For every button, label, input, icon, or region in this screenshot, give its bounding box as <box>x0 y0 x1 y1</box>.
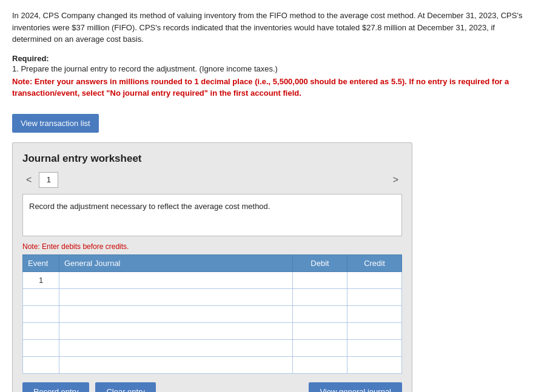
debit-cell[interactable] <box>293 288 347 305</box>
debit-input[interactable] <box>293 272 347 288</box>
debits-note: Note: Enter debits before credits. <box>22 242 402 251</box>
col-general-journal: General Journal <box>59 254 293 271</box>
debit-input[interactable] <box>293 357 347 373</box>
event-cell <box>23 339 59 356</box>
required-item1: 1. Prepare the journal entry to record t… <box>12 64 535 73</box>
general-journal-input[interactable] <box>59 357 292 373</box>
general-journal-cell[interactable] <box>59 339 293 356</box>
event-cell: 1 <box>23 271 59 288</box>
credit-cell[interactable] <box>347 288 402 305</box>
credit-input[interactable] <box>347 357 401 373</box>
credit-input[interactable] <box>347 289 401 305</box>
debit-cell[interactable] <box>293 356 347 373</box>
credit-cell[interactable] <box>347 271 402 288</box>
event-cell <box>23 288 59 305</box>
credit-input[interactable] <box>347 306 401 322</box>
table-row <box>23 339 402 356</box>
journal-entry-worksheet: Journal entry worksheet < 1 > Record the… <box>12 142 412 393</box>
required-label: Required: <box>12 54 535 63</box>
event-cell <box>23 322 59 339</box>
worksheet-description: Record the adjustment necessary to refle… <box>22 194 402 236</box>
credit-cell[interactable] <box>347 356 402 373</box>
debit-input[interactable] <box>293 289 347 305</box>
credit-input[interactable] <box>347 272 401 288</box>
general-journal-cell[interactable] <box>59 322 293 339</box>
credit-input[interactable] <box>347 340 401 356</box>
next-page-button[interactable]: > <box>389 173 402 187</box>
event-cell <box>23 305 59 322</box>
debit-input[interactable] <box>293 340 347 356</box>
worksheet-title: Journal entry worksheet <box>22 153 402 165</box>
debit-cell[interactable] <box>293 339 347 356</box>
col-credit: Credit <box>347 254 402 271</box>
required-note-red: Note: Enter your answers in millions rou… <box>12 76 535 99</box>
debit-input[interactable] <box>293 323 347 339</box>
debit-cell[interactable] <box>293 322 347 339</box>
col-debit: Debit <box>293 254 347 271</box>
general-journal-input[interactable] <box>59 340 292 356</box>
table-row <box>23 288 402 305</box>
general-journal-cell[interactable] <box>59 356 293 373</box>
intro-paragraph: In 2024, CPS Company changed its method … <box>12 10 535 45</box>
general-journal-cell[interactable] <box>59 271 293 288</box>
prev-page-button[interactable]: < <box>22 173 35 187</box>
worksheet-nav: < 1 > <box>22 172 402 188</box>
record-entry-button[interactable]: Record entry <box>22 382 89 393</box>
table-row: 1 <box>23 271 402 288</box>
page-number: 1 <box>39 172 58 188</box>
credit-cell[interactable] <box>347 339 402 356</box>
general-journal-input[interactable] <box>59 306 292 322</box>
debit-cell[interactable] <box>293 305 347 322</box>
table-row <box>23 305 402 322</box>
bottom-buttons: Record entry Clear entry View general jo… <box>22 382 402 393</box>
event-cell <box>23 356 59 373</box>
general-journal-input[interactable] <box>59 289 292 305</box>
col-event: Event <box>23 254 59 271</box>
credit-input[interactable] <box>347 323 401 339</box>
table-row <box>23 356 402 373</box>
debit-cell[interactable] <box>293 271 347 288</box>
credit-cell[interactable] <box>347 305 402 322</box>
journal-table: Event General Journal Debit Credit 1 <box>22 254 402 374</box>
table-row <box>23 322 402 339</box>
clear-entry-button[interactable]: Clear entry <box>95 382 156 393</box>
credit-cell[interactable] <box>347 322 402 339</box>
general-journal-input[interactable] <box>59 272 292 288</box>
general-journal-cell[interactable] <box>59 305 293 322</box>
debit-input[interactable] <box>293 306 347 322</box>
view-general-journal-button[interactable]: View general journal <box>309 382 402 393</box>
general-journal-input[interactable] <box>59 323 292 339</box>
general-journal-cell[interactable] <box>59 288 293 305</box>
view-transaction-list-button[interactable]: View transaction list <box>12 114 99 133</box>
